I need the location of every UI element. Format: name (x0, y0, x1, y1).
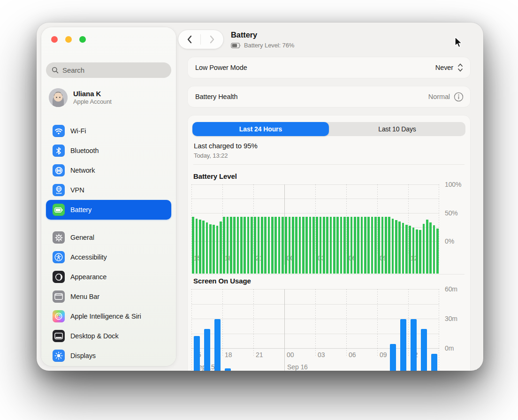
chart-bar (340, 217, 343, 274)
chart-bar (292, 217, 294, 274)
chart-bar (309, 217, 312, 274)
user-name: Uliana K (73, 90, 112, 98)
x-axis-label: 18 (225, 351, 232, 359)
chart-bar (254, 217, 256, 274)
date-label: Sep 16 (287, 363, 308, 371)
chart-bar (261, 217, 263, 274)
chart-bar (196, 219, 198, 274)
sidebar-item-label: General (70, 234, 94, 241)
battery-level-icon (231, 43, 241, 48)
sidebar-item-bluetooth[interactable]: Bluetooth (46, 141, 171, 160)
y-axis-label: 30m (445, 315, 457, 322)
vpn-globe-icon (53, 184, 65, 196)
chart-bar (323, 217, 325, 274)
x-gridline (439, 289, 439, 371)
mouse-cursor (454, 37, 465, 51)
menu-bar-icon (53, 290, 65, 303)
appearance-icon (53, 271, 65, 283)
sidebar-item-general[interactable]: General (46, 228, 171, 247)
chart-bar (274, 217, 277, 274)
chart-bar (416, 229, 418, 274)
info-icon[interactable] (454, 92, 464, 102)
usage-card: Last 24 Hours Last 10 Days Last charged … (188, 115, 470, 371)
chart-bar (412, 228, 415, 274)
x-axis-label: 21 (256, 351, 263, 359)
x-axis-label: 00 (287, 351, 294, 359)
avatar (49, 88, 68, 107)
battery-status-text: Battery Level: 76% (244, 42, 294, 49)
window-controls (51, 36, 86, 43)
forward-button[interactable] (201, 30, 223, 49)
x-axis-label: 09 (380, 351, 387, 359)
chart-bar (202, 221, 205, 274)
sidebar-item-displays[interactable]: Displays (46, 346, 171, 366)
sidebar-item-label: Menu Bar (70, 293, 99, 300)
low-power-mode-row: Low Power Mode Never (188, 57, 470, 78)
low-power-mode-value: Never (435, 64, 453, 71)
sidebar-item-vpn[interactable]: VPN (46, 180, 171, 200)
siri-icon (53, 310, 65, 322)
chart-bar (204, 329, 210, 371)
search-input[interactable]: Search (46, 62, 171, 78)
sidebar-item-menubar[interactable]: Menu Bar (46, 287, 171, 306)
zoom-button[interactable] (79, 36, 86, 43)
x-axis-label: 03 (318, 351, 325, 359)
chart-bar (216, 226, 219, 274)
system-settings-window: Search Uliana K Apple Account Wi-FiBluet… (37, 23, 483, 371)
sidebar-nav: Wi-FiBluetoothNetworkVPNBatteryGeneralAc… (46, 121, 171, 366)
apple-account-row[interactable]: Uliana K Apple Account (49, 88, 168, 107)
tab-last-24-hours[interactable]: Last 24 Hours (192, 122, 329, 136)
user-subtitle: Apple Account (73, 98, 112, 106)
last-charged-title: Last charged to 95% (194, 142, 258, 150)
chart-bar (316, 217, 318, 274)
chart-bar (225, 368, 231, 371)
chart-bar (278, 217, 281, 274)
chart-bar (237, 217, 239, 274)
x-gridline (222, 289, 223, 356)
chart-bar (244, 217, 246, 274)
desktop-dock-icon (53, 330, 65, 342)
chart-bar (264, 217, 267, 274)
chart-bar (302, 217, 305, 274)
chart-bar (381, 217, 384, 274)
chart-bar (330, 217, 332, 274)
screenshot-canvas: { "window": { "app": "System Settings", … (0, 0, 518, 420)
sidebar-item-wifi[interactable]: Wi-Fi (46, 121, 171, 141)
close-button[interactable] (51, 36, 58, 43)
low-power-mode-stepper[interactable] (457, 62, 464, 73)
globe-icon (53, 164, 65, 176)
battery-health-label: Battery Health (195, 93, 237, 100)
chart-bar (354, 217, 356, 274)
sidebar-item-network[interactable]: Network (46, 160, 171, 180)
chart-bar (395, 220, 397, 274)
chart-bar (223, 217, 225, 274)
sidebar-item-appearance[interactable]: Appearance (46, 267, 171, 287)
chart-bar (289, 217, 291, 274)
chart-bar (411, 319, 417, 371)
x-gridline (439, 184, 439, 265)
chart-bar (374, 217, 377, 274)
chart-bar (423, 224, 425, 274)
chart-bar (336, 217, 339, 274)
sidebar-item-battery[interactable]: Battery (46, 200, 171, 220)
chart-bar (240, 217, 243, 274)
sidebar-item-desktop-dock[interactable]: Desktop & Dock (46, 326, 171, 346)
chart-bar (385, 217, 387, 274)
sidebar-item-accessibility[interactable]: Accessibility (46, 247, 171, 267)
chart-bar (371, 217, 373, 274)
y-axis-label: 0m (445, 344, 454, 352)
back-button[interactable] (178, 30, 200, 49)
chart-bar (361, 217, 363, 274)
chart-bar (299, 217, 301, 274)
x-gridline (253, 289, 254, 356)
tab-last-10-days[interactable]: Last 10 Days (329, 122, 465, 136)
chart-bar (247, 217, 250, 274)
sidebar-item-label: Apple Intelligence & Siri (70, 313, 141, 320)
chart-bar (390, 344, 396, 371)
battery-icon (53, 204, 65, 216)
chart-bar (312, 217, 315, 274)
chart-bar (367, 217, 370, 274)
battery-level-chart-title: Battery Level (193, 172, 237, 180)
minimize-button[interactable] (65, 36, 72, 43)
sidebar-item-apple-intelligence[interactable]: Apple Intelligence & Siri (46, 306, 171, 326)
